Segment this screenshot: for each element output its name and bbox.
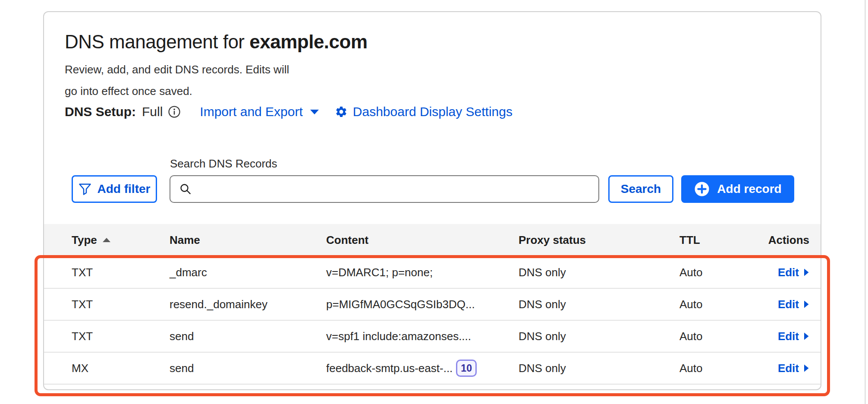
cell-content: v=DMARC1; p=none; — [326, 266, 519, 279]
cell-content: v=spf1 include:amazonses.... — [326, 330, 519, 343]
toolbar: Add filter Search Add record — [72, 175, 795, 203]
table-row-send-mx: MX send feedback-smtp.us-east-... 10 DNS… — [44, 352, 821, 384]
cell-ttl: Auto — [679, 298, 762, 311]
column-header-actions: Actions — [762, 234, 809, 247]
cell-proxy-status: DNS only — [519, 298, 679, 311]
cell-proxy-status: DNS only — [519, 362, 679, 375]
table-row-domainkey: TXT resend._domainkey p=MIGfMA0GCSqGSIb3… — [44, 288, 821, 320]
edit-label: Edit — [778, 330, 799, 343]
chevron-right-icon — [803, 364, 809, 372]
page-right-edge — [865, 0, 866, 404]
dns-management-card: DNS management for example.com Review, a… — [43, 11, 821, 390]
page-subtitle-line1: Review, add, and edit DNS records. Edits… — [65, 59, 289, 80]
table-row-dmarc: TXT _dmarc v=DMARC1; p=none; DNS only Au… — [44, 256, 821, 288]
edit-label: Edit — [778, 266, 799, 279]
gear-icon — [335, 105, 348, 118]
add-record-button[interactable]: Add record — [681, 175, 794, 203]
cell-content: p=MIGfMA0GCSqGSIb3DQ... — [326, 298, 519, 311]
edit-record-button[interactable]: Edit — [778, 298, 809, 311]
search-records-label: Search DNS Records — [170, 157, 277, 170]
cell-type: TXT — [72, 266, 170, 279]
cell-ttl: Auto — [679, 362, 762, 375]
import-export-link[interactable]: Import and Export — [200, 104, 319, 119]
dashboard-display-settings-label: Dashboard Display Settings — [353, 104, 513, 119]
cell-type: TXT — [72, 330, 170, 343]
add-filter-label: Add filter — [97, 182, 151, 196]
chevron-right-icon — [803, 300, 809, 309]
dashboard-display-settings-link[interactable]: Dashboard Display Settings — [353, 104, 513, 119]
cell-type: MX — [72, 362, 170, 375]
column-header-name[interactable]: Name — [170, 234, 326, 247]
cell-name: send — [170, 362, 326, 375]
table-body: TXT _dmarc v=DMARC1; p=none; DNS only Au… — [44, 256, 821, 385]
search-input-container — [170, 175, 599, 203]
sort-ascending-icon — [102, 237, 111, 243]
column-header-type-label: Type — [72, 234, 97, 247]
dns-setup-label: DNS Setup: — [65, 104, 136, 119]
edit-record-button[interactable]: Edit — [778, 266, 809, 279]
page-title-domain: example.com — [249, 31, 367, 52]
chevron-right-icon — [803, 332, 809, 341]
column-header-ttl[interactable]: TTL — [679, 234, 762, 247]
add-filter-button[interactable]: Add filter — [72, 175, 157, 203]
cell-proxy-status: DNS only — [519, 266, 679, 279]
chevron-right-icon — [803, 268, 809, 277]
search-icon — [179, 183, 192, 196]
search-input[interactable] — [192, 176, 598, 202]
info-icon[interactable] — [168, 105, 181, 118]
edit-record-button[interactable]: Edit — [778, 362, 809, 375]
edit-label: Edit — [778, 362, 799, 375]
column-header-proxy-status[interactable]: Proxy status — [519, 234, 679, 247]
cell-content: feedback-smtp.us-east-... 10 — [326, 360, 519, 377]
caret-down-icon — [310, 109, 319, 115]
add-record-label: Add record — [717, 182, 781, 196]
dns-setup-value: Full — [142, 104, 163, 119]
cell-proxy-status: DNS only — [519, 330, 679, 343]
priority-badge: 10 — [456, 360, 477, 377]
edit-label: Edit — [778, 298, 799, 311]
page-title: DNS management for example.com — [65, 31, 368, 53]
page-subtitle-line2: go into effect once saved. — [65, 80, 289, 102]
cell-content-text: feedback-smtp.us-east-... — [326, 362, 453, 375]
dns-records-table: Type Name Content Proxy status TTL Actio… — [44, 224, 821, 385]
table-row-send-txt: TXT send v=spf1 include:amazonses.... DN… — [44, 320, 821, 352]
search-button-label: Search — [621, 182, 661, 196]
dns-setup-row: DNS Setup: Full Import and Export Dashbo… — [65, 104, 513, 119]
search-button[interactable]: Search — [608, 175, 673, 203]
cell-name: send — [170, 330, 326, 343]
column-header-type[interactable]: Type — [72, 234, 170, 247]
page-title-prefix: DNS management for — [65, 31, 249, 52]
page-subtitle: Review, add, and edit DNS records. Edits… — [65, 59, 289, 102]
import-export-label: Import and Export — [200, 104, 302, 119]
cell-name: resend._domainkey — [170, 298, 326, 311]
filter-funnel-icon — [79, 183, 91, 195]
plus-circle-icon — [694, 181, 710, 197]
column-header-content[interactable]: Content — [326, 234, 519, 247]
edit-record-button[interactable]: Edit — [778, 330, 809, 343]
cell-ttl: Auto — [679, 330, 762, 343]
cell-name: _dmarc — [170, 266, 326, 279]
cell-ttl: Auto — [679, 266, 762, 279]
table-header-row: Type Name Content Proxy status TTL Actio… — [44, 224, 821, 256]
cell-type: TXT — [72, 298, 170, 311]
